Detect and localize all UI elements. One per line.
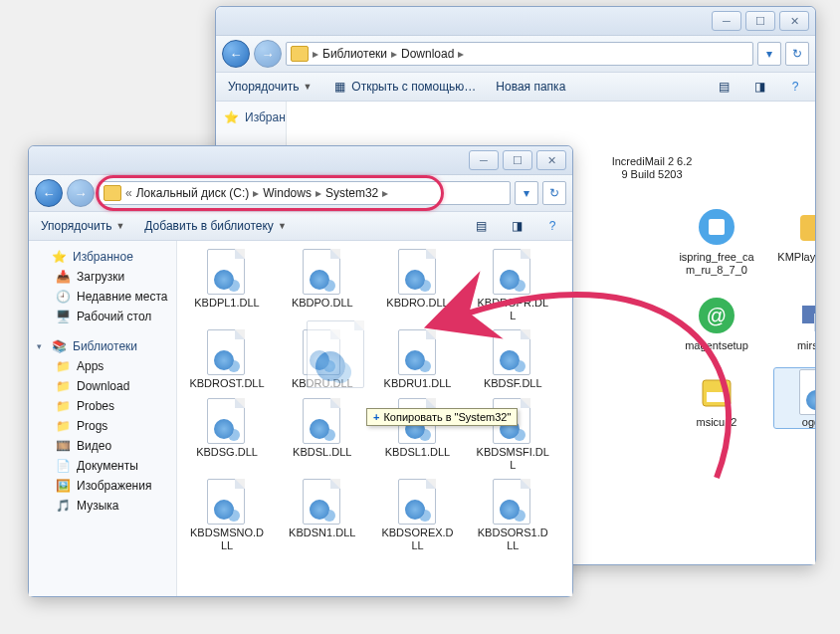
list-item[interactable]: KBDSL.DLL xyxy=(281,396,364,473)
list-item[interactable]: KBDRU.DLL xyxy=(281,327,364,392)
list-item[interactable]: ispring_free_cam_ru_8_7_0 xyxy=(673,203,760,276)
app-icon: @ xyxy=(693,292,740,339)
sidebar-item-label: Изображения xyxy=(77,479,151,493)
list-item[interactable]: KBDRO.DLL xyxy=(376,247,460,323)
navigation-pane[interactable]: ⭐ Избранное 📥 Загрузки 🕘 Недавние места … xyxy=(29,241,177,596)
file-label: KBDSORS1.DLL xyxy=(475,527,550,551)
file-label: KBDRU.DLL xyxy=(292,377,353,390)
nav-forward-button[interactable]: → xyxy=(67,179,95,207)
svg-rect-2 xyxy=(800,215,815,241)
maximize-button[interactable]: ☐ xyxy=(745,11,775,31)
help-button[interactable]: ? xyxy=(538,215,566,237)
preview-pane-button[interactable]: ◨ xyxy=(745,76,773,98)
view-options-button[interactable]: ▤ xyxy=(710,76,737,98)
close-button[interactable]: ✕ xyxy=(779,11,809,31)
minimize-button[interactable]: ─ xyxy=(712,11,741,31)
list-item[interactable]: IncrediMail 2 6.29 Build 5203 xyxy=(608,107,696,193)
organize-menu[interactable]: Упорядочить ▼ xyxy=(35,215,130,237)
sidebar-item-music[interactable]: 🎵Музыка xyxy=(29,496,176,516)
music-icon: 🎵 xyxy=(55,498,71,514)
address-dropdown-button[interactable]: ▾ xyxy=(515,181,538,205)
list-item[interactable]: KBDPL1.DLL xyxy=(185,247,269,323)
favorites-group[interactable]: ⭐ Избранное xyxy=(216,107,286,127)
view-options-button[interactable]: ▤ xyxy=(467,215,495,237)
list-item[interactable]: mirsetup xyxy=(774,292,815,352)
sidebar-item-probes[interactable]: 📁Probes xyxy=(29,396,176,416)
toolbar-label: Добавить в библиотеку xyxy=(144,219,274,233)
breadcrumb-seg[interactable]: Windows xyxy=(263,186,312,200)
refresh-button[interactable]: ↻ xyxy=(542,181,566,205)
titlebar[interactable]: ─ ☐ ✕ xyxy=(216,7,815,36)
breadcrumb-seg[interactable]: Download xyxy=(401,47,454,61)
address-dropdown-button[interactable]: ▾ xyxy=(757,42,781,66)
dll-icon xyxy=(493,249,532,297)
favorites-group[interactable]: ⭐ Избранное xyxy=(29,247,176,267)
list-item[interactable]: KBDROST.DLL xyxy=(185,327,269,392)
sidebar-item-progs[interactable]: 📁Progs xyxy=(29,416,176,436)
sidebar-item-apps[interactable]: 📁Apps xyxy=(29,356,176,376)
recent-icon: 🕘 xyxy=(55,289,71,305)
list-item[interactable]: KBDSG.DLL xyxy=(185,396,269,473)
nav-back-button[interactable]: ← xyxy=(35,179,63,207)
explorer-window-system32[interactable]: ─ ☐ ✕ ← → « Локальный диск (C:) ▸ Window… xyxy=(28,145,573,597)
file-label: KBDRO.DLL xyxy=(386,297,448,310)
sidebar-item-label: Download xyxy=(77,379,129,393)
dll-icon xyxy=(398,329,438,377)
list-item[interactable]: @ magentsetup xyxy=(673,292,760,352)
open-with-icon: ▦ xyxy=(331,79,347,95)
sidebar-item-desktop[interactable]: 🖥️ Рабочий стол xyxy=(29,307,176,326)
list-item[interactable]: KBDPO.DLL xyxy=(281,247,364,323)
maximize-button[interactable]: ☐ xyxy=(503,150,532,170)
preview-pane-button[interactable]: ◨ xyxy=(503,215,530,237)
refresh-button[interactable]: ↻ xyxy=(785,42,809,66)
list-item[interactable]: KBDSF.DLL xyxy=(471,327,554,392)
sidebar-item-video[interactable]: 🎞️Видео xyxy=(29,436,176,456)
organize-menu[interactable]: Упорядочить ▼ xyxy=(222,76,317,98)
list-item[interactable]: KBDSOREX.DLL xyxy=(376,477,460,553)
svg-rect-6 xyxy=(802,306,815,323)
sidebar-item-recent[interactable]: 🕘 Недавние места xyxy=(29,287,176,307)
sidebar-item-label: Загрузки xyxy=(77,270,124,284)
folder-icon: 📁 xyxy=(55,378,71,394)
help-button[interactable]: ? xyxy=(781,76,809,98)
folder-icon xyxy=(291,46,309,62)
app-icon xyxy=(693,368,740,416)
list-item[interactable]: msicuu2 xyxy=(673,368,760,429)
new-folder-button[interactable]: Новая папка xyxy=(490,76,571,98)
list-item[interactable]: KBDROPR.DLL xyxy=(471,247,554,323)
list-item[interactable]: KBDSORS1.DLL xyxy=(471,477,554,553)
sidebar-item-documents[interactable]: 📄Документы xyxy=(29,456,176,476)
address-bar[interactable]: « Локальный диск (C:) ▸ Windows ▸ System… xyxy=(99,181,511,205)
list-item-ogg-dll[interactable]: ogg.dll xyxy=(774,368,815,429)
sidebar-item-images[interactable]: 🖼️Изображения xyxy=(29,476,176,496)
sidebar-item-downloads[interactable]: 📥 Загрузки xyxy=(29,267,176,287)
add-to-library-menu[interactable]: Добавить в библиотеку ▼ xyxy=(138,215,292,237)
chevron-right-icon: ▸ xyxy=(458,47,464,61)
nav-forward-button[interactable]: → xyxy=(254,40,282,68)
folder-icon: 📁 xyxy=(55,358,71,374)
list-item[interactable]: KBDSN1.DLL xyxy=(281,477,364,553)
file-label: KBDSL1.DLL xyxy=(385,446,450,459)
app-icon xyxy=(794,203,815,251)
breadcrumb-seg[interactable]: Локальный диск (C:) xyxy=(136,186,250,200)
breadcrumb-seg[interactable]: Библиотеки xyxy=(322,47,387,61)
documents-icon: 📄 xyxy=(55,458,71,474)
list-item[interactable]: KBDSMSNO.DLL xyxy=(185,477,269,553)
sidebar-item-label: Probes xyxy=(77,399,114,413)
sidebar-item-download[interactable]: 📁Download xyxy=(29,376,176,396)
close-button[interactable]: ✕ xyxy=(536,150,566,170)
breadcrumb-seg[interactable]: System32 xyxy=(325,186,378,200)
file-pane[interactable]: KBDPL1.DLLKBDPO.DLLKBDRO.DLLKBDROPR.DLLK… xyxy=(177,241,572,596)
minimize-button[interactable]: ─ xyxy=(469,150,499,170)
list-item[interactable]: KBDRU1.DLL xyxy=(376,327,460,392)
file-label: KBDSG.DLL xyxy=(196,446,258,459)
list-item[interactable]: KMPlayer_4.2.1.4 xyxy=(774,203,815,276)
dll-icon xyxy=(493,329,532,377)
libraries-group[interactable]: ▾ 📚 Библиотеки xyxy=(29,336,176,356)
open-with-button[interactable]: ▦ Открыть с помощью… xyxy=(325,76,482,98)
titlebar[interactable]: ─ ☐ ✕ xyxy=(29,146,572,175)
address-bar[interactable]: ▸ Библиотеки ▸ Download ▸ xyxy=(286,42,753,66)
toolbar-label: Открыть с помощью… xyxy=(351,80,476,94)
chevron-left-icon: « xyxy=(125,186,132,200)
nav-back-button[interactable]: ← xyxy=(222,40,250,68)
